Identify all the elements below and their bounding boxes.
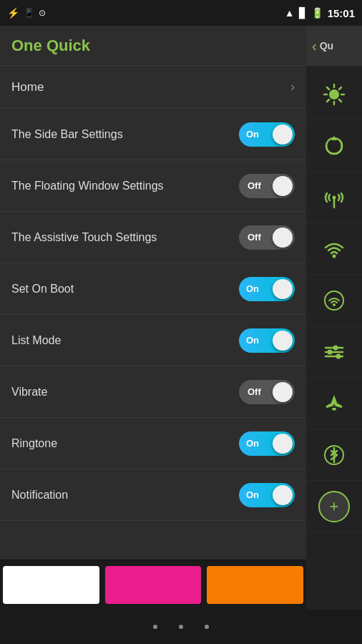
notification-toggle-knob <box>273 485 293 505</box>
notification-label: Notification <box>11 489 68 502</box>
add-icon: + <box>330 497 339 516</box>
sidebar-icons-list: + <box>306 66 362 532</box>
svg-point-18 <box>333 345 338 350</box>
floating-window-settings-item: The Floating Window Settings Off <box>0 160 306 212</box>
add-button[interactable]: + <box>318 491 350 522</box>
sidebar-settings-item: The Side Bar Settings On <box>0 109 306 160</box>
nav-dot-1 <box>153 625 157 629</box>
nav-dot-3 <box>205 625 209 629</box>
equalizer-icon-item[interactable] <box>306 326 362 378</box>
time-display: 15:01 <box>328 7 355 19</box>
app-title: One Quick <box>11 36 90 55</box>
settings-list: Home › The Side Bar Settings On The Floa… <box>0 66 306 560</box>
svg-point-16 <box>333 303 336 306</box>
list-mode-label: List Mode <box>11 334 61 347</box>
sidebar-panel-title: Qu <box>320 40 333 52</box>
set-on-boot-item: Set On Boot On <box>0 263 306 315</box>
wifi-circle-icon-item[interactable] <box>306 275 362 326</box>
wifi-icon <box>323 238 346 260</box>
vibrate-toggle[interactable]: Off <box>239 380 295 404</box>
assistive-toggle-label: Off <box>248 232 261 243</box>
floating-window-label: The Floating Window Settings <box>11 180 164 192</box>
signal-icon-item[interactable] <box>306 172 362 223</box>
boot-toggle-label: On <box>246 283 259 294</box>
ringtone-toggle[interactable]: On <box>239 431 295 456</box>
ringtone-toggle-label: On <box>246 438 259 449</box>
airplane-icon-item[interactable] <box>306 378 362 429</box>
wifi-icon: ▲ <box>285 7 295 19</box>
sidebar-toggle-knob <box>273 125 293 145</box>
color-bar <box>0 560 306 610</box>
notification-toggle[interactable]: On <box>239 483 295 507</box>
list-toggle-knob <box>273 331 293 351</box>
home-chevron-icon: › <box>290 79 295 94</box>
assistive-touch-label: The Assistive Touch Settings <box>11 231 157 244</box>
ringtone-item: Ringtone On <box>0 418 306 469</box>
vibrate-label: Vibrate <box>11 386 47 399</box>
sidebar-back-header[interactable]: ‹ Qu <box>306 26 362 66</box>
list-toggle-label: On <box>246 335 259 346</box>
usb-icon: ⚡ <box>7 7 19 19</box>
svg-point-14 <box>333 254 336 258</box>
left-panel: One Quick Home › The Side Bar Settings O… <box>0 26 306 610</box>
wifi-icon-item[interactable] <box>306 223 362 275</box>
assistive-touch-toggle[interactable]: Off <box>239 225 295 250</box>
airplane-icon <box>323 392 346 415</box>
notification-toggle-label: On <box>246 489 259 500</box>
home-menu-item[interactable]: Home › <box>0 66 306 109</box>
sidebar-settings-label: The Side Bar Settings <box>11 128 123 141</box>
color-swatch-orange[interactable] <box>207 566 303 604</box>
brightness-icon-item[interactable] <box>306 69 362 120</box>
vibrate-toggle-label: Off <box>248 386 261 397</box>
home-label: Home <box>11 80 44 94</box>
ringtone-toggle-knob <box>273 434 293 454</box>
vibrate-toggle-knob <box>273 382 293 402</box>
sidebar-toggle-label: On <box>246 129 259 140</box>
boot-toggle-knob <box>273 279 293 299</box>
wifi-circle-icon <box>323 289 346 312</box>
signal-icon: ▊ <box>299 7 307 19</box>
svg-line-7 <box>339 87 341 89</box>
bluetooth-icon-item[interactable] <box>306 429 362 481</box>
bottom-navigation <box>0 610 362 644</box>
nav-dot-2 <box>179 625 183 629</box>
app-header: One Quick <box>0 26 306 66</box>
refresh-icon <box>323 135 346 157</box>
floating-toggle-knob <box>273 176 293 196</box>
svg-line-5 <box>327 87 329 89</box>
svg-line-8 <box>327 99 329 102</box>
right-sidebar: ‹ Qu <box>306 26 362 610</box>
list-mode-item: List Mode On <box>0 315 306 366</box>
ringtone-label: Ringtone <box>11 437 57 450</box>
svg-point-0 <box>329 89 339 99</box>
color-swatch-white[interactable] <box>3 566 99 604</box>
brightness-icon <box>323 83 346 106</box>
signal-strength-icon <box>323 186 346 209</box>
notification-icon: 📱 <box>24 8 34 18</box>
assistive-toggle-knob <box>273 228 293 248</box>
set-on-boot-toggle[interactable]: On <box>239 277 295 301</box>
add-icon-item[interactable]: + <box>306 481 362 532</box>
battery-icon: 🔋 <box>311 7 323 19</box>
refresh-icon-item[interactable] <box>306 120 362 172</box>
headset-icon: ⊙ <box>39 8 46 18</box>
set-on-boot-label: Set On Boot <box>11 283 74 296</box>
bluetooth-icon <box>323 444 346 467</box>
vibrate-item: Vibrate Off <box>0 366 306 418</box>
list-mode-toggle[interactable]: On <box>239 328 295 353</box>
floating-window-toggle[interactable]: Off <box>239 174 295 198</box>
svg-point-22 <box>336 353 341 358</box>
svg-point-20 <box>328 349 333 354</box>
equalizer-icon <box>323 341 346 364</box>
notification-item: Notification On <box>0 469 306 521</box>
assistive-touch-settings-item: The Assistive Touch Settings Off <box>0 212 306 263</box>
svg-line-6 <box>339 99 341 102</box>
back-arrow-icon: ‹ <box>312 38 317 54</box>
color-swatch-pink[interactable] <box>105 566 202 604</box>
sidebar-settings-toggle[interactable]: On <box>239 122 295 147</box>
status-bar: ⚡ 📱 ⊙ ▲ ▊ 🔋 15:01 <box>0 0 362 26</box>
floating-toggle-label: Off <box>248 180 261 191</box>
